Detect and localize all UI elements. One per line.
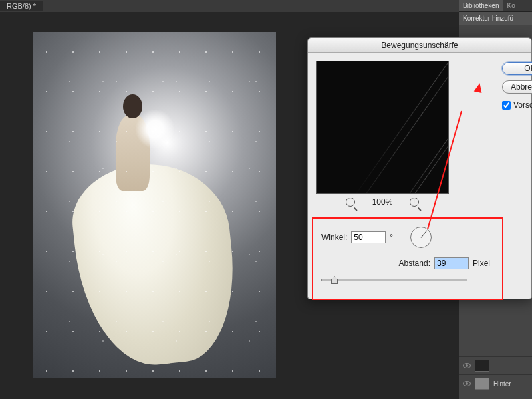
preview-checkbox[interactable] (502, 101, 511, 110)
angle-dial[interactable] (410, 227, 432, 248)
artwork-snow (33, 32, 276, 378)
angle-input[interactable] (351, 231, 386, 243)
layer-row[interactable]: Hinter (459, 374, 532, 392)
visibility-icon[interactable] (463, 363, 471, 368)
ok-button[interactable]: OK (502, 62, 532, 75)
document-tab[interactable]: RGB/8) * (0, 1, 43, 11)
layers-panel: Hinter (459, 356, 532, 392)
tab-libraries[interactable]: Bibliotheken (459, 0, 503, 11)
adjustments-add-label[interactable]: Korrektur hinzufü (459, 12, 532, 25)
zoom-in-icon[interactable]: + (410, 198, 419, 207)
tab-other[interactable]: Ko (503, 0, 519, 11)
distance-input[interactable] (434, 257, 469, 269)
layer-thumbnail[interactable] (475, 378, 489, 390)
distance-slider[interactable] (321, 279, 467, 281)
dialog-title: Bewegungsunschärfe (308, 38, 531, 53)
distance-label: Abstand: (399, 259, 430, 268)
motion-blur-dialog: Bewegungsunschärfe − 100% + OK Abbrechen… (307, 37, 532, 299)
document-tab-bar: RGB/8) * (0, 0, 532, 12)
slider-handle[interactable] (331, 276, 338, 284)
panel-tab-strip: Bibliotheken Ko (459, 0, 532, 12)
cancel-button[interactable]: Abbrechen (502, 80, 532, 94)
preview-label: Vorschau (513, 100, 532, 110)
zoom-out-icon[interactable]: − (346, 198, 355, 207)
degree-symbol: ° (390, 233, 393, 242)
layer-thumbnail[interactable] (475, 360, 489, 372)
document-canvas[interactable] (33, 32, 276, 378)
filter-preview[interactable] (316, 61, 449, 194)
layer-name: Hinter (493, 380, 511, 388)
visibility-icon[interactable] (463, 381, 471, 386)
angle-label: Winkel: (321, 233, 347, 242)
distance-unit: Pixel (473, 259, 490, 268)
zoom-level: 100% (372, 198, 393, 207)
layer-row[interactable] (459, 356, 532, 374)
